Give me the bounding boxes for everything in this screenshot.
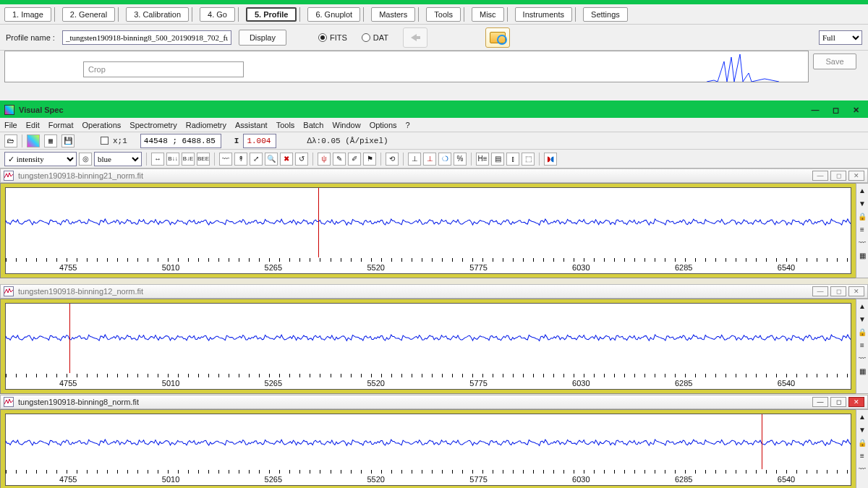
chart-icon[interactable]: ⫿ [506,153,519,166]
menu-format[interactable]: Format [48,121,74,129]
maximize-button[interactable]: ◻ [827,104,843,116]
wave-icon[interactable]: 〰 [857,463,867,474]
drop-icon[interactable]: ❍ [438,153,451,166]
tab-3-calibration[interactable]: 3. Calibration [126,7,189,22]
panel-maximize-button[interactable]: ◻ [830,286,846,296]
zoom-region2-icon[interactable]: B↓E [182,153,195,166]
radio-dat[interactable]: DAT [362,33,388,42]
menu-window[interactable]: Window [333,121,361,129]
open-folder-button[interactable] [485,27,510,48]
lock-icon[interactable]: 🔒 [857,437,867,448]
lock-icon[interactable]: 🔒 [857,211,867,221]
fit-gauss-icon[interactable]: 〰 [219,153,232,166]
cursor-icon[interactable]: ↔ [151,153,164,166]
eq-icon[interactable]: ≡ [857,450,867,461]
crop-input[interactable]: Crop [83,61,244,77]
series-color-select[interactable]: blue [94,152,142,166]
panel-close-button[interactable]: ✕ [848,171,864,181]
spectrum-panel-titlebar[interactable]: tungsten190918-binning21_norm.fit—◻✕ [0,168,868,183]
tab-4-go[interactable]: 4. Go [200,7,235,22]
arrow-expand-icon[interactable]: ⤢ [250,153,263,166]
close-button[interactable]: ✕ [848,104,864,116]
image-icon[interactable]: ▦ [44,134,57,147]
spectrum-panel-titlebar[interactable]: tungsten190918-binning12_norm.fit—◻✕ [0,284,868,299]
down-icon[interactable]: ▼ [857,198,867,208]
eq-icon[interactable]: ≡ [857,224,867,234]
display-button[interactable]: Display [239,30,286,46]
menu-edit[interactable]: Edit [26,121,40,129]
wave-icon[interactable]: 〰 [857,353,867,363]
cursor-line[interactable] [69,304,70,373]
panel-close-button[interactable]: ✕ [848,397,864,407]
headers-icon[interactable]: H≡ [476,153,489,166]
tab-6-gnuplot[interactable]: 6. Gnuplot [307,7,360,22]
zoom-region3-icon[interactable]: BEE [197,153,210,166]
reset-icon[interactable]: ↺ [295,153,308,166]
tab-tools[interactable]: Tools [426,7,461,22]
minimize-button[interactable]: — [807,104,823,116]
visual-spec-titlebar[interactable]: Visual Spec — ◻ ✕ [0,102,868,118]
menu-operations[interactable]: Operations [82,121,122,129]
erase-icon[interactable]: ✖ [280,153,293,166]
tab-5-profile[interactable]: 5. Profile [246,7,297,22]
wave-icon[interactable]: 〰 [857,237,867,247]
eq-icon[interactable]: ≡ [857,340,867,350]
panel-minimize-button[interactable]: — [812,171,828,181]
grid-icon[interactable]: ▦ [857,366,867,376]
panel-minimize-button[interactable]: — [812,397,828,407]
spectrum-plot[interactable]: 47555010526555205775603062856540 [5,303,851,390]
y-mode-select[interactable]: ✓ intensity [4,152,77,166]
up-icon[interactable]: ▲ [857,301,867,311]
prev-profile-button[interactable] [403,27,427,48]
tab-1-image[interactable]: 1. Image [4,7,51,22]
edit-line-icon[interactable]: ✎ [333,153,346,166]
zoom-region1-icon[interactable]: B↓↓ [166,153,179,166]
tab-2-general[interactable]: 2. General [62,7,115,22]
save-button[interactable]: Save [813,53,856,69]
crop-mode-select[interactable]: Full [819,30,862,45]
panel-minimize-button[interactable]: — [812,286,828,296]
bar2-icon[interactable]: ⊥ [423,153,436,166]
profile-name-input[interactable] [62,30,231,45]
spectrum-panel-titlebar[interactable]: tungsten190918-binning8_norm.fit—◻✕ [0,395,868,409]
spectrum-plot[interactable]: 47555010526555205775603062856540 [5,187,851,274]
tab-instruments[interactable]: Instruments [515,7,572,22]
spectrum-plot[interactable]: 47555010526555205775603062856540 [5,414,851,486]
palette-icon[interactable] [27,134,40,147]
cursor-line[interactable] [318,188,319,257]
spectrum-a-icon[interactable]: ψ [318,153,331,166]
scale-icon[interactable]: ⬚ [522,153,535,166]
menu-tools[interactable]: Tools [276,121,295,129]
panel-close-button[interactable]: ✕ [848,286,864,296]
sync-icon[interactable]: ◗◖ [544,153,557,166]
up-icon[interactable]: ▲ [857,411,867,421]
lock-icon[interactable]: 🔒 [857,327,867,337]
panel-maximize-button[interactable]: ◻ [830,397,846,407]
grid-icon[interactable]: ▤ [491,153,504,166]
tab-misc[interactable]: Misc [472,7,504,22]
x1-checkbox[interactable] [101,137,109,145]
tab-settings[interactable]: Settings [583,7,628,22]
down-icon[interactable]: ▼ [857,314,867,324]
menu-spectrometry[interactable]: Spectrometry [129,121,176,129]
menu-options[interactable]: Options [370,121,397,129]
flag-icon[interactable]: ⚑ [363,153,376,166]
bar1-icon[interactable]: ⊥ [408,153,421,166]
up-icon[interactable]: ▲ [857,185,867,195]
menu-assistant[interactable]: Assistant [235,121,268,129]
menu-batch[interactable]: Batch [303,121,323,129]
percent-icon[interactable]: % [454,153,467,166]
arrow-up-icon[interactable]: ↟ [234,153,247,166]
target-icon[interactable]: ◎ [79,153,92,166]
menu-radiometry[interactable]: Radiometry [186,121,226,129]
zoom-in-icon[interactable]: 🔍 [265,153,278,166]
save-icon[interactable]: 💾 [61,134,75,147]
rotate-icon[interactable]: ⟲ [386,153,399,166]
down-icon[interactable]: ▼ [857,424,867,435]
tab-masters[interactable]: Masters [371,7,415,22]
open-icon[interactable]: 🗁 [4,134,17,147]
menu-file[interactable]: File [4,121,17,129]
panel-maximize-button[interactable]: ◻ [830,171,846,181]
grid-icon[interactable]: ▦ [857,250,867,260]
menu-[interactable]: ? [406,121,410,129]
